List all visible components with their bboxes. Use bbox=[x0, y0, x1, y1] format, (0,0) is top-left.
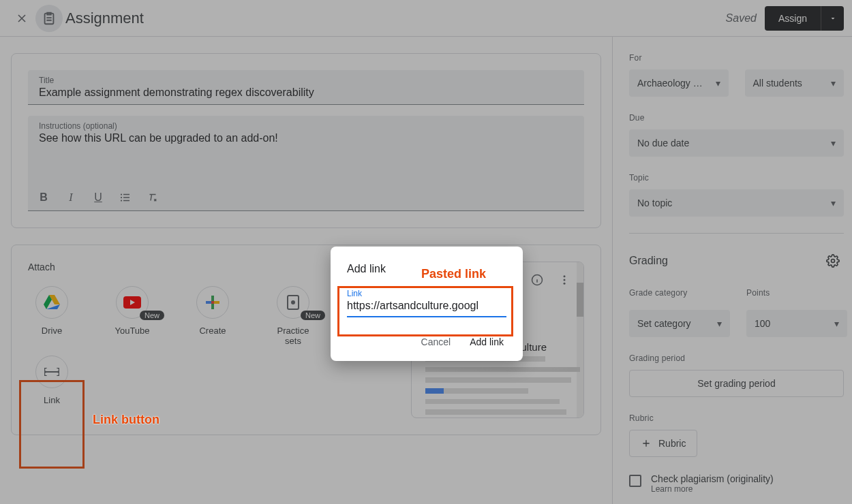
add-link-button[interactable]: Add link bbox=[467, 331, 506, 353]
link-label: Link bbox=[347, 289, 506, 298]
link-field[interactable]: Link bbox=[347, 287, 506, 317]
add-link-dialog: Add link Link Cancel Add link bbox=[331, 247, 523, 361]
dialog-title: Add link bbox=[347, 263, 506, 275]
link-input[interactable] bbox=[347, 298, 506, 315]
cancel-button[interactable]: Cancel bbox=[419, 331, 454, 353]
